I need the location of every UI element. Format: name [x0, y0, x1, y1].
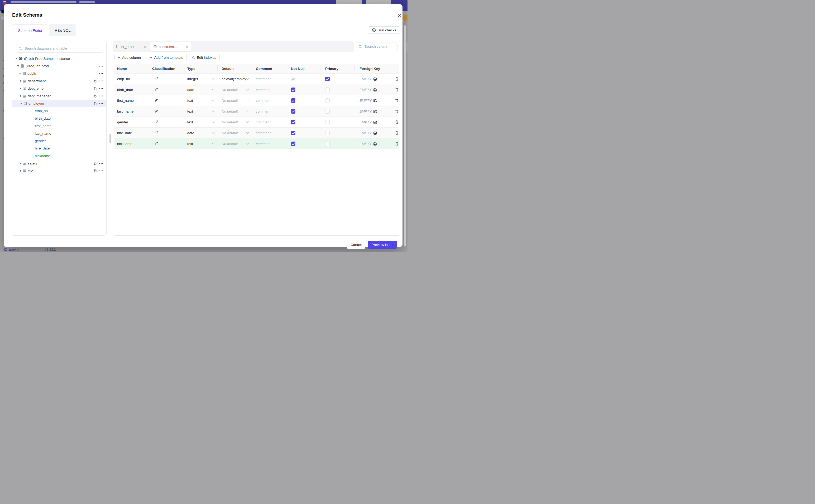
primary-checkbox[interactable]: [325, 98, 330, 103]
tree-item-column-nickname[interactable]: nickname: [12, 152, 106, 159]
more-menu-icon[interactable]: [99, 95, 103, 96]
delete-column-icon[interactable]: [395, 99, 399, 103]
classification-edit-icon[interactable]: [154, 109, 158, 113]
tree-item-table-department[interactable]: department: [12, 77, 106, 85]
column-name-field[interactable]: hire_date: [114, 128, 148, 138]
type-select[interactable]: text: [187, 109, 217, 113]
edit-indexes-button[interactable]: Edit indexes: [189, 54, 220, 61]
comment-field[interactable]: comment: [256, 131, 271, 135]
delete-column-icon[interactable]: [395, 142, 399, 146]
column-name-field[interactable]: nickname: [114, 138, 148, 149]
default-select[interactable]: No default: [221, 142, 252, 146]
copy-icon[interactable]: [93, 169, 97, 173]
type-select[interactable]: text: [187, 99, 217, 103]
tree-item-table-dept-emp[interactable]: dept_emp: [12, 85, 106, 92]
panel-resize-handle[interactable]: [109, 134, 111, 143]
type-select[interactable]: text: [187, 142, 217, 146]
comment-field[interactable]: comment: [256, 142, 271, 146]
primary-checkbox[interactable]: [325, 109, 330, 114]
tree-item-table-employee[interactable]: employee: [12, 100, 106, 107]
copy-icon[interactable]: [93, 87, 97, 90]
tree-item-database-hr-prod[interactable]: (Prod) hr_prod: [12, 62, 106, 70]
primary-checkbox[interactable]: [325, 142, 330, 146]
type-select[interactable]: text: [187, 120, 217, 124]
column-name-field[interactable]: gender: [114, 117, 148, 127]
edit-foreign-key-icon[interactable]: [373, 120, 377, 124]
edit-foreign-key-icon[interactable]: [373, 142, 377, 146]
column-name-field[interactable]: first_name: [114, 95, 148, 106]
tab-raw-sql[interactable]: Raw SQL: [49, 24, 76, 36]
edit-foreign-key-icon[interactable]: [373, 88, 377, 92]
tree-search[interactable]: [16, 44, 103, 53]
tree-item-table-dept-manager[interactable]: dept_manager: [12, 92, 106, 100]
column-name-field[interactable]: emp_no: [114, 74, 148, 84]
chevron-right-icon[interactable]: [20, 162, 21, 164]
default-select[interactable]: No default: [221, 109, 252, 113]
classification-edit-icon[interactable]: [154, 120, 158, 124]
comment-field[interactable]: comment: [256, 120, 271, 124]
primary-checkbox[interactable]: [325, 120, 330, 124]
comment-field[interactable]: comment: [256, 77, 271, 81]
not-null-checkbox[interactable]: [291, 142, 295, 146]
delete-column-icon[interactable]: [395, 88, 399, 92]
comment-field[interactable]: comment: [256, 99, 271, 103]
not-null-checkbox[interactable]: [291, 77, 295, 81]
not-null-checkbox[interactable]: [291, 98, 295, 103]
edit-foreign-key-icon[interactable]: [373, 131, 377, 135]
classification-edit-icon[interactable]: [154, 142, 158, 146]
default-select[interactable]: No default: [221, 99, 252, 103]
classification-edit-icon[interactable]: [154, 131, 158, 135]
column-name-field[interactable]: birth_date: [114, 84, 148, 95]
more-menu-icon[interactable]: [99, 66, 103, 67]
chevron-right-icon[interactable]: [20, 95, 21, 97]
type-select[interactable]: date: [187, 131, 217, 135]
tab-schema-editor[interactable]: Schema Editor: [12, 24, 48, 36]
edit-foreign-key-icon[interactable]: [373, 99, 377, 103]
primary-checkbox[interactable]: [325, 88, 330, 92]
more-menu-icon[interactable]: [99, 170, 103, 171]
add-from-template-button[interactable]: + Add from template: [147, 54, 187, 61]
delete-column-icon[interactable]: [395, 120, 399, 124]
type-select[interactable]: integer: [187, 77, 217, 81]
chevron-down-icon[interactable]: [20, 103, 22, 104]
chevron-right-icon[interactable]: [20, 170, 21, 172]
close-icon[interactable]: [186, 45, 189, 48]
tab-chip-public-employee[interactable]: public.em...: [150, 42, 191, 51]
column-search-input[interactable]: [364, 44, 395, 49]
default-select[interactable]: No default: [221, 131, 252, 135]
not-null-checkbox[interactable]: [291, 88, 295, 92]
delete-column-icon[interactable]: [395, 109, 399, 113]
edit-foreign-key-icon[interactable]: [373, 109, 377, 113]
copy-icon[interactable]: [93, 94, 97, 98]
tree-item-column-birth-date[interactable]: birth_date: [12, 115, 106, 122]
not-null-checkbox[interactable]: [291, 120, 295, 124]
delete-column-icon[interactable]: [395, 77, 399, 81]
tree-item-table-salary[interactable]: salary: [12, 159, 106, 167]
copy-icon[interactable]: [93, 79, 97, 83]
comment-field[interactable]: comment: [256, 109, 271, 113]
more-menu-icon[interactable]: [99, 73, 103, 74]
column-name-field[interactable]: last_name: [114, 106, 148, 117]
tree-item-table-title[interactable]: title: [12, 167, 106, 175]
tree-search-input[interactable]: [24, 46, 100, 51]
chevron-right-icon[interactable]: [20, 88, 21, 90]
chevron-right-icon[interactable]: [20, 80, 21, 82]
more-menu-icon[interactable]: [99, 163, 103, 164]
column-search[interactable]: [356, 42, 397, 51]
preview-issue-button[interactable]: Preview issue: [368, 241, 397, 249]
tree-item-column-first-name[interactable]: first_name: [12, 122, 106, 130]
tree-item-instance[interactable]: (Prod) Prod Sample Instance: [12, 55, 106, 62]
default-select[interactable]: nextval('employ: [221, 77, 252, 81]
type-select[interactable]: date: [187, 88, 217, 92]
more-menu-icon[interactable]: [99, 103, 103, 104]
tree-item-column-last-name[interactable]: last_name: [12, 130, 106, 137]
close-icon[interactable]: [143, 45, 146, 48]
tree-item-schema-public[interactable]: public: [12, 70, 106, 77]
default-select[interactable]: No default: [221, 88, 252, 92]
tree-item-column-gender[interactable]: gender: [12, 137, 106, 144]
run-checks-button[interactable]: Run checks: [368, 26, 400, 34]
chevron-down-icon[interactable]: [17, 65, 19, 67]
chevron-down-icon[interactable]: [15, 58, 17, 59]
delete-column-icon[interactable]: [395, 131, 399, 135]
more-menu-icon[interactable]: [99, 88, 103, 89]
